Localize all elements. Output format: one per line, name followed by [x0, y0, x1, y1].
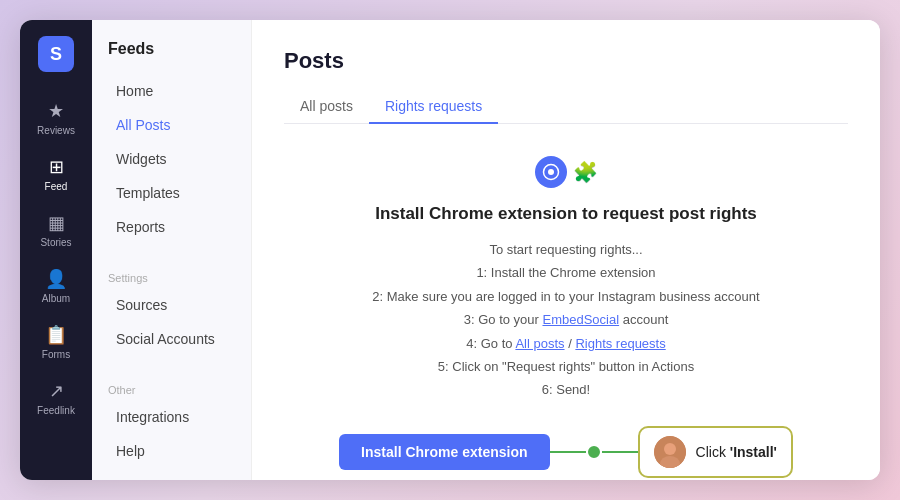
- cta-row: Install Chrome extension: [339, 426, 793, 478]
- sidebar-item-all-posts[interactable]: All Posts: [100, 109, 243, 141]
- rights-requests-link[interactable]: Rights requests: [575, 336, 665, 351]
- tab-rights-requests[interactable]: Rights requests: [369, 90, 498, 124]
- tooltip-text: Click 'Install': [696, 444, 777, 460]
- svg-point-3: [664, 443, 676, 455]
- album-icon: 👤: [45, 268, 67, 290]
- sidebar-item-reviews[interactable]: ★ Reviews: [26, 92, 86, 144]
- sidebar-item-integrations[interactable]: Integrations: [100, 401, 243, 433]
- tabs-row: All posts Rights requests: [284, 90, 848, 124]
- svg-point-1: [548, 169, 554, 175]
- app-window: S ★ Reviews ⊞ Feed ▦ Stories 👤 Album 📋 F…: [20, 20, 880, 480]
- all-posts-link[interactable]: All posts: [515, 336, 564, 351]
- sidebar-title: Feeds: [92, 40, 251, 74]
- sidebar-item-stories[interactable]: ▦ Stories: [26, 204, 86, 256]
- reviews-icon: ★: [48, 100, 64, 122]
- line-connector: [550, 451, 586, 453]
- tab-all-posts[interactable]: All posts: [284, 90, 369, 124]
- stories-icon: ▦: [48, 212, 65, 234]
- app-logo[interactable]: S: [38, 36, 74, 72]
- install-title: Install Chrome extension to request post…: [375, 204, 757, 224]
- center-content: 🧩 Install Chrome extension to request po…: [284, 156, 848, 480]
- extension-icon-row: 🧩: [535, 156, 598, 188]
- install-tooltip: Click 'Install': [638, 426, 793, 478]
- sidebar-section-other: Other: [92, 372, 251, 400]
- install-instructions: To start requesting rights... 1: Install…: [372, 238, 759, 402]
- sidebar-item-templates[interactable]: Templates: [100, 177, 243, 209]
- forms-icon: 📋: [45, 324, 67, 346]
- sidebar-item-feed[interactable]: ⊞ Feed: [26, 148, 86, 200]
- sidebar-item-help[interactable]: Help: [100, 435, 243, 467]
- connector-dot: [586, 444, 602, 460]
- sidebar-item-social-accounts[interactable]: Social Accounts: [100, 323, 243, 355]
- main-content: Posts All posts Rights requests 🧩 Instal…: [252, 20, 880, 480]
- puzzle-icon: 🧩: [573, 160, 598, 184]
- page-title: Posts: [284, 48, 848, 74]
- chrome-extension-icon: [535, 156, 567, 188]
- sidebar-item-widgets[interactable]: Widgets: [100, 143, 243, 175]
- line-connector-2: [602, 451, 638, 453]
- sidebar-item-album[interactable]: 👤 Album: [26, 260, 86, 312]
- sidebar: Feeds Home All Posts Widgets Templates R…: [92, 20, 252, 480]
- feedlink-icon: ↗: [49, 380, 64, 402]
- sidebar-item-feedlink[interactable]: ↗ Feedlink: [26, 372, 86, 424]
- sidebar-item-sources[interactable]: Sources: [100, 289, 243, 321]
- sidebar-section-settings: Settings: [92, 260, 251, 288]
- feed-icon: ⊞: [49, 156, 64, 178]
- sidebar-item-home[interactable]: Home: [100, 75, 243, 107]
- avatar: [654, 436, 686, 468]
- install-chrome-extension-button[interactable]: Install Chrome extension: [339, 434, 549, 470]
- connector-line: [550, 444, 638, 460]
- icon-nav: S ★ Reviews ⊞ Feed ▦ Stories 👤 Album 📋 F…: [20, 20, 92, 480]
- sidebar-item-forms[interactable]: 📋 Forms: [26, 316, 86, 368]
- embedsocial-link[interactable]: EmbedSocial: [542, 312, 619, 327]
- sidebar-item-reports[interactable]: Reports: [100, 211, 243, 243]
